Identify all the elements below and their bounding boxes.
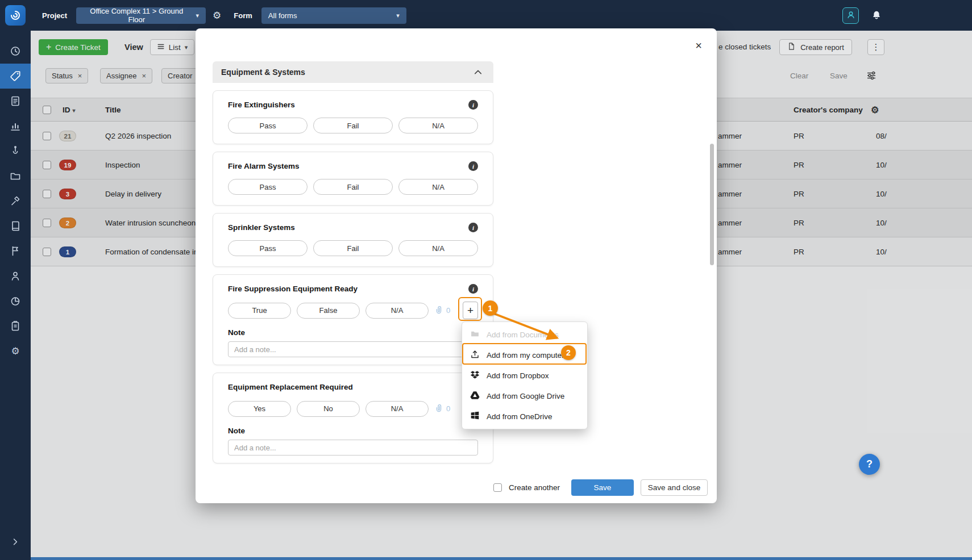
app-logo[interactable] xyxy=(0,0,31,31)
creator-company-cell: PR xyxy=(794,122,804,151)
create-another-checkbox[interactable] xyxy=(493,483,502,492)
clear-filters-link[interactable]: Clear xyxy=(790,72,808,80)
more-options-button[interactable]: ⋮ xyxy=(867,39,884,55)
column-settings-gear-icon[interactable]: ⚙ xyxy=(871,98,879,122)
info-icon[interactable]: i xyxy=(468,284,478,294)
profile-button[interactable] xyxy=(842,7,859,24)
sidebar-item-people[interactable] xyxy=(0,264,31,289)
form-selector-value: All forms xyxy=(268,11,297,20)
option-na-button[interactable]: N/A xyxy=(398,118,478,133)
sidebar-item-stats[interactable] xyxy=(0,114,31,139)
folder-icon xyxy=(10,170,21,182)
attachment-indicator: 0 xyxy=(434,305,450,316)
note-input[interactable] xyxy=(228,341,478,357)
filter-chip-assignee[interactable]: Assignee × xyxy=(100,68,152,83)
sidebar-item-files[interactable] xyxy=(0,164,31,189)
option-false-button[interactable]: False xyxy=(297,303,360,319)
notifications-button[interactable] xyxy=(869,8,884,24)
sidebar-item-flags[interactable] xyxy=(0,239,31,264)
row-checkbox[interactable] xyxy=(43,248,51,256)
create-report-label: Create report xyxy=(800,43,844,52)
question-label: Fire Extinguishers xyxy=(228,101,295,109)
closed-tickets-label-fragment[interactable]: e closed tickets xyxy=(718,43,771,51)
option-fail-button[interactable]: Fail xyxy=(313,240,393,256)
option-true-button[interactable]: True xyxy=(228,303,291,319)
menu-item-add-from-google-drive[interactable]: Add from Google Drive xyxy=(462,386,587,406)
project-settings-gear-icon[interactable]: ⚙ xyxy=(213,11,221,20)
plus-icon: + xyxy=(46,43,51,52)
create-another-label: Create another xyxy=(509,483,560,492)
select-all-checkbox[interactable] xyxy=(43,106,51,114)
option-pass-button[interactable]: Pass xyxy=(228,118,308,133)
upload-icon xyxy=(470,349,480,361)
info-icon[interactable]: i xyxy=(468,223,478,232)
note-input[interactable] xyxy=(228,440,478,455)
column-header-title[interactable]: Title xyxy=(105,98,121,122)
checklist-icon xyxy=(10,95,21,107)
sidebar-item-forms[interactable] xyxy=(0,89,31,114)
column-header-id[interactable]: ID▾ xyxy=(63,98,76,123)
option-yes-button[interactable]: Yes xyxy=(228,401,291,417)
sidebar-item-analytics[interactable] xyxy=(0,289,31,314)
filter-chip-label: Status xyxy=(52,72,73,80)
create-ticket-button[interactable]: + Create Ticket xyxy=(39,39,108,55)
option-no-button[interactable]: No xyxy=(297,401,360,417)
creator-company-cell: PR xyxy=(794,179,804,208)
save-button[interactable]: Save xyxy=(571,479,634,496)
option-na-button[interactable]: N/A xyxy=(365,303,429,319)
annotation-step-1-badge: 1 xyxy=(483,300,498,316)
sidebar-item-hoist[interactable] xyxy=(0,139,31,164)
save-and-close-button[interactable]: Save and close xyxy=(641,479,708,496)
pie-chart-icon xyxy=(10,295,21,307)
app-logo-mark xyxy=(5,5,26,26)
form-selector[interactable]: All forms ▾ xyxy=(261,7,406,24)
option-na-button[interactable]: N/A xyxy=(398,179,478,195)
project-selector[interactable]: Office Complex 11 > Ground Floor ▾ xyxy=(76,7,206,24)
filter-settings-icon[interactable] xyxy=(866,70,877,83)
note-label: Note xyxy=(228,328,478,337)
cell-fragment: ammer xyxy=(718,179,742,208)
info-icon[interactable]: i xyxy=(468,161,478,171)
column-header-creators-company[interactable]: Creator's company xyxy=(794,98,863,122)
ticket-id-badge: 21 xyxy=(59,131,76,141)
remove-filter-icon[interactable]: × xyxy=(78,72,82,80)
add-attachment-button[interactable]: + xyxy=(463,302,478,319)
menu-item-add-from-dropbox[interactable]: Add from Dropbox xyxy=(462,365,587,386)
creator-company-cell: PR xyxy=(794,208,804,237)
create-ticket-label: Create Ticket xyxy=(55,43,101,52)
menu-item-label: Add from Dropbox xyxy=(487,371,549,380)
option-fail-button[interactable]: Fail xyxy=(313,118,393,133)
sidebar-item-specs[interactable] xyxy=(0,214,31,239)
help-button[interactable]: ? xyxy=(859,454,880,475)
row-checkbox[interactable] xyxy=(43,190,51,198)
row-checkbox[interactable] xyxy=(43,161,51,169)
option-pass-button[interactable]: Pass xyxy=(228,240,308,256)
list-icon xyxy=(157,43,165,52)
sidebar-item-tickets[interactable] xyxy=(0,64,31,89)
info-icon[interactable]: i xyxy=(468,100,478,110)
option-pass-button[interactable]: Pass xyxy=(228,179,308,195)
sidebar-item-settings[interactable]: ⚙ xyxy=(0,338,31,363)
option-fail-button[interactable]: Fail xyxy=(313,179,393,195)
sidebar-expand-button[interactable] xyxy=(0,533,31,553)
sidebar-item-plans[interactable] xyxy=(0,314,31,338)
sidebar-item-tools[interactable] xyxy=(0,189,31,214)
section-title: Equipment & Systems xyxy=(221,68,305,77)
row-checkbox[interactable] xyxy=(43,132,51,140)
modal-scrollbar-thumb[interactable] xyxy=(710,144,714,265)
paperclip-icon xyxy=(434,305,443,316)
create-report-button[interactable]: Create report xyxy=(779,39,852,55)
close-icon[interactable]: × xyxy=(692,39,705,52)
option-na-button[interactable]: N/A xyxy=(365,401,429,417)
view-selector[interactable]: List ▾ xyxy=(150,39,194,55)
remove-filter-icon[interactable]: × xyxy=(142,72,146,80)
save-filters-link[interactable]: Save xyxy=(830,72,848,80)
date-cell: 10/ xyxy=(876,179,887,208)
option-na-button[interactable]: N/A xyxy=(398,240,478,256)
question-card-fire-extinguishers: Fire Extinguishers i Pass Fail N/A xyxy=(213,90,493,144)
filter-chip-status[interactable]: Status × xyxy=(45,68,88,83)
row-checkbox[interactable] xyxy=(43,219,51,227)
section-header-equipment-systems[interactable]: Equipment & Systems xyxy=(213,61,493,83)
menu-item-add-from-onedrive[interactable]: Add from OneDrive xyxy=(462,406,587,427)
sidebar-item-overview[interactable] xyxy=(0,39,31,64)
